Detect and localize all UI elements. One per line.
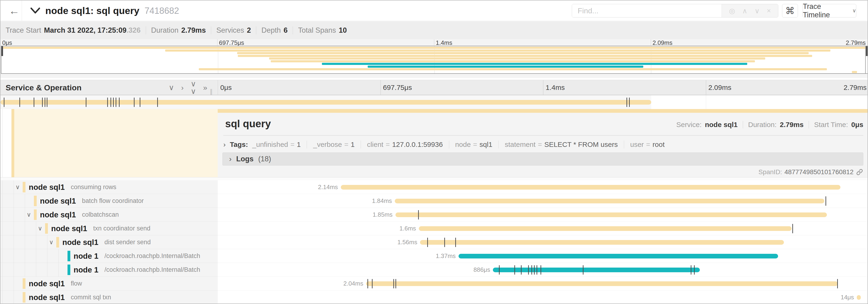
info-value: 2 [247,26,251,35]
log-marker [444,238,445,247]
minimap-span-bar [199,68,827,70]
logs-accordion[interactable]: › Logs (18) [222,153,863,166]
span-bar-row[interactable]: 1.37ms [218,249,868,263]
span-bar[interactable] [857,295,861,300]
span-id-row: SpanID: 4877749850101760812 [758,168,863,176]
tag-key: client [367,141,383,148]
find-next-icon[interactable]: ∨ [754,7,760,15]
tag-key: _unfinished [252,141,288,148]
find-scope-icon[interactable]: ◎ [729,7,735,15]
minimap-canvas[interactable] [1,46,868,74]
keyboard-shortcuts-button[interactable]: ⌘ [782,4,798,18]
service-color-bar [23,182,26,192]
tag-value: 127.0.0.1:59936 [392,141,443,148]
tree-row[interactable]: node 1/cockroach.roachpb.Internal/Batch [0,249,218,263]
log-marker [134,98,134,107]
tree-row[interactable]: node sql1batch flow coordinator [0,194,218,208]
span-bar[interactable] [0,100,651,105]
ruler-label: 1.4ms [436,39,452,46]
tree-row[interactable]: ∨node sql1txn coordinator send [0,222,218,235]
tree-guide [2,222,3,235]
chevron-down-icon[interactable]: ∨ [27,208,31,222]
back-button[interactable]: ← [7,0,22,21]
tag-separator [361,141,361,148]
tree-guide [13,235,14,249]
span-bar-row[interactable]: 1.85ms [218,208,868,222]
tag-separator [449,141,449,148]
find-clear-icon[interactable]: × [767,7,771,15]
find-controls: ◎ ∧ ∨ × [721,4,778,17]
expand-all-icon[interactable]: » [203,84,208,91]
tag-separator [307,141,307,148]
tree-guide [47,249,48,263]
collapse-all-icon[interactable]: ∨∨ [191,80,196,95]
span-bar-row[interactable]: 1.84ms [218,194,868,208]
span-bar-row[interactable]: 14μs [218,291,868,304]
tree-row[interactable]: ∨node sql1consuming rows [0,180,218,194]
tree-row[interactable]: node 1/cockroach.roachpb.Internal/Batch [0,263,218,277]
info-label: Trace Start [6,26,41,35]
span-bar[interactable] [396,212,827,217]
span-bar-row[interactable]: 1.56ms [218,235,868,249]
tree-guide [25,263,25,277]
span-bar-row[interactable]: 2.04ms [218,277,868,291]
log-marker [455,238,456,247]
chevron-down-icon[interactable]: ∨ [49,235,54,249]
tree-guide [2,194,3,208]
tree-guide [13,263,14,277]
span-bar-row[interactable] [0,95,651,109]
log-marker [116,98,116,107]
view-select[interactable]: Trace Timeline ∨ [803,4,856,18]
view-select-label: Trace Timeline [803,2,849,19]
trace-info-item: Services2 [216,26,251,35]
selected-span-accent-bar [11,109,14,177]
tags-accordion[interactable]: › Tags: _unfinished=1_verbose=1client=12… [223,138,664,150]
minimap-right-scrubber[interactable] [866,46,868,56]
log-marker [418,210,419,219]
panel-resizer-grip[interactable]: ∥ [210,88,213,95]
find-input[interactable] [572,4,721,17]
minimap-span-bar [1,47,868,49]
span-bar-row[interactable]: 1.6ms [218,222,868,235]
span-bar[interactable] [341,185,841,190]
log-marker [629,98,630,107]
find-prev-icon[interactable]: ∧ [742,7,747,15]
span-bar-row[interactable]: 2.14ms [218,180,868,194]
collapse-trace-chevron-icon[interactable] [30,7,40,14]
operation-name: flow [71,280,82,287]
minimap-left-scrubber[interactable] [1,46,3,56]
expand-one-icon[interactable]: › [181,84,184,91]
tree-guide [13,249,14,263]
start-time-value: 0μs [851,121,863,129]
operation-name: dist sender send [104,239,151,246]
span-bar[interactable] [420,240,784,245]
tree-row[interactable]: ∨node sql1colbatchscan [0,208,218,222]
trace-title-wrap[interactable]: node sql1: sql query 7418682 [30,0,179,21]
tree-row[interactable]: node sql1commit sql txn [0,291,218,304]
detail-bottom-band [0,177,868,180]
tree-row[interactable]: ∨node sql1dist sender send [0,235,218,249]
log-marker [86,98,86,107]
service-color-bar [23,278,26,289]
span-bar[interactable] [459,254,778,259]
tree-guide [25,235,25,249]
chevron-down-icon[interactable]: ∨ [38,222,42,235]
span-duration-label: 1.37ms [436,249,456,263]
deep-link-icon[interactable] [856,168,863,176]
selected-span-bar-strip[interactable] [218,109,868,113]
info-value: March 31 2022, 17:25:09 [44,26,126,35]
tag-equals: = [646,141,650,148]
span-bar[interactable] [366,281,838,286]
tree-guide [2,277,3,291]
span-bar[interactable] [419,226,792,231]
chevron-down-icon[interactable]: ∨ [16,180,20,194]
collapse-one-icon[interactable]: ∨ [169,84,174,91]
tree-guide [47,235,48,249]
span-bar[interactable] [395,199,824,203]
tag-equals: = [473,141,477,148]
ruler-label: 1.4ms [543,80,565,95]
find-group: ◎ ∧ ∨ × [572,4,778,18]
span-bar-row[interactable]: 886μs [218,263,868,277]
tree-row[interactable]: node sql1flow [0,277,218,291]
span-bar[interactable] [493,268,700,272]
